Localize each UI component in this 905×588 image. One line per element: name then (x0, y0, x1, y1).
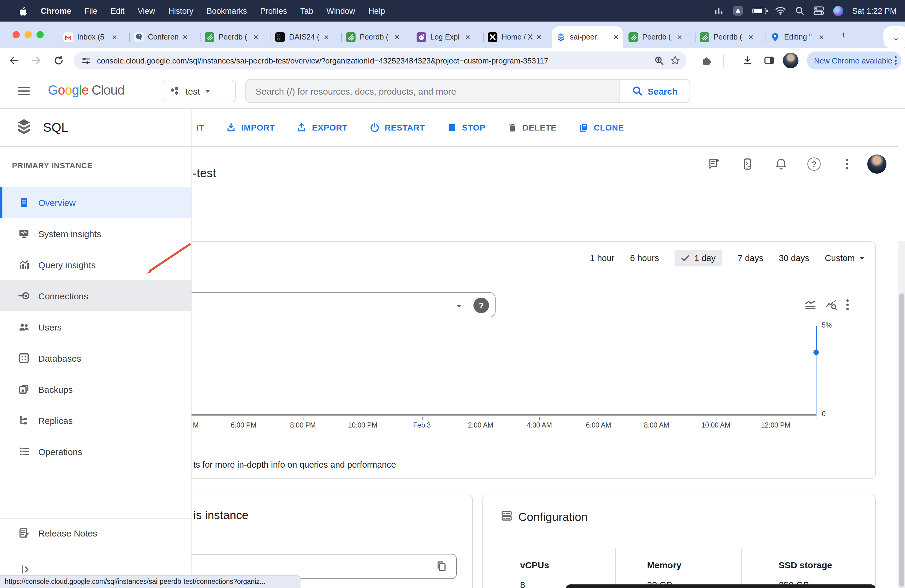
help-icon[interactable]: ? (807, 157, 821, 171)
scrollbar-thumb[interactable] (899, 293, 904, 587)
clone-button[interactable]: CLONE (578, 122, 624, 133)
range-30-days[interactable]: 30 days (779, 253, 809, 263)
reload-icon[interactable] (53, 55, 64, 66)
tab-x-home[interactable]: Home / X ✕ (484, 26, 546, 48)
tab-close-icon[interactable]: ✕ (324, 33, 329, 41)
tab-close-icon[interactable]: ✕ (748, 33, 754, 41)
menu-edit[interactable]: Edit (104, 6, 132, 15)
search-input[interactable] (256, 86, 610, 96)
collapse-sidebar-icon[interactable] (21, 564, 31, 575)
range-7-days[interactable]: 7 days (738, 253, 763, 263)
forward-icon[interactable] (31, 55, 42, 66)
new-tab-button[interactable]: + (840, 29, 846, 41)
feedback-notes-icon[interactable] (708, 157, 721, 171)
window-close-button[interactable] (13, 31, 20, 38)
chrome-update-pill[interactable]: New Chrome available (807, 51, 902, 70)
tab-peerdb-3[interactable]: Peerdb ( ✕ (624, 26, 686, 48)
range-custom[interactable]: Custom (825, 253, 864, 263)
tab-close-icon[interactable]: ✕ (465, 33, 470, 41)
sidebar-item-databases[interactable]: Databases (0, 343, 191, 373)
sidebar-item-replicas[interactable]: Replicas (0, 405, 191, 436)
menu-help[interactable]: Help (362, 6, 392, 15)
address-bar[interactable]: console.cloud.google.com/sql/instances/s… (74, 51, 686, 70)
url-text[interactable]: console.cloud.google.com/sql/instances/s… (97, 56, 648, 65)
menu-view[interactable]: View (131, 6, 162, 15)
tab-close-icon[interactable]: ✕ (253, 33, 259, 41)
downloads-icon[interactable] (742, 55, 753, 66)
extensions-icon[interactable] (702, 55, 712, 66)
bookmark-star-icon[interactable] (670, 55, 681, 66)
delete-button[interactable]: DELETE (507, 122, 557, 133)
back-icon[interactable] (8, 55, 19, 66)
menu-chrome[interactable]: Chrome (34, 6, 78, 15)
range-1-day-selected[interactable]: 1 day (675, 250, 722, 267)
tab-sai-peerdb-active[interactable]: sai-peer ✕ (552, 26, 623, 48)
tab-peerdb-4[interactable]: Peerdb ( ✕ (695, 26, 758, 48)
menubar-clock[interactable]: Sat 1:22 PM (852, 6, 897, 15)
menu-bookmarks[interactable]: Bookmarks (200, 6, 254, 15)
tab-close-icon[interactable]: ✕ (536, 33, 542, 41)
restart-button[interactable]: RESTART (369, 122, 425, 133)
area-chart-mode-icon[interactable] (805, 299, 816, 310)
google-cloud-logo[interactable]: GoogleCloud (48, 83, 124, 98)
tab-dais[interactable]: DAIS DAIS24 ( ✕ (271, 26, 333, 48)
more-options-icon[interactable] (840, 157, 854, 171)
window-minimize-button[interactable] (25, 31, 32, 38)
sidebar-item-connections[interactable]: Connections (0, 280, 191, 311)
tab-close-icon[interactable]: ✕ (819, 33, 824, 41)
wifi-icon[interactable] (775, 6, 786, 15)
account-avatar[interactable] (867, 154, 886, 174)
tab-peerdb-2[interactable]: Peerdb ( ✕ (342, 26, 404, 48)
tab-close-icon[interactable]: ✕ (677, 33, 682, 41)
stats-menubar-icon[interactable] (714, 6, 723, 15)
tab-close-icon[interactable]: ✕ (183, 33, 188, 41)
sidebar-item-backups[interactable]: Backups (0, 373, 191, 405)
metric-select-dropdown[interactable]: ? (183, 292, 495, 317)
notifications-bell-icon[interactable] (775, 157, 788, 171)
tab-editing[interactable]: Editing " ✕ (766, 26, 829, 48)
chart-more-icon[interactable] (846, 299, 849, 310)
edit-button[interactable]: IT (196, 123, 204, 132)
side-panel-icon[interactable] (764, 55, 775, 66)
tab-log-explorer[interactable]: Log Expl ✕ (413, 26, 475, 48)
cloud-shell-icon[interactable] (741, 157, 754, 171)
browser-profile-avatar[interactable] (783, 53, 799, 68)
sidebar-item-release-notes[interactable]: Release Notes (0, 518, 191, 547)
search-button[interactable]: Search (619, 79, 690, 103)
app-menubar-icon[interactable] (732, 5, 743, 16)
battery-icon[interactable] (752, 8, 766, 14)
utilization-chart-plot[interactable] (174, 326, 817, 416)
tab-inbox[interactable]: Inbox (5 ✕ (59, 26, 122, 48)
stop-button[interactable]: STOP (446, 122, 486, 133)
export-button[interactable]: EXPORT (297, 122, 348, 133)
range-1-hour[interactable]: 1 hour (590, 253, 614, 263)
siri-icon[interactable] (833, 6, 843, 16)
global-search-field[interactable] (245, 79, 619, 103)
zoom-in-icon[interactable] (654, 56, 664, 65)
tab-close-icon[interactable]: ✕ (613, 33, 619, 41)
project-selector[interactable]: test (162, 79, 236, 102)
tab-close-icon[interactable]: ✕ (394, 33, 400, 41)
tab-peerdb-1[interactable]: Peerdb ( ✕ (200, 26, 263, 48)
menu-file[interactable]: File (78, 6, 104, 15)
control-center-icon[interactable] (813, 6, 824, 16)
metric-help-icon[interactable]: ? (473, 297, 489, 313)
spotlight-icon[interactable] (795, 6, 804, 16)
menu-history[interactable]: History (162, 6, 200, 15)
menu-tab[interactable]: Tab (294, 6, 320, 15)
menu-profiles[interactable]: Profiles (254, 6, 294, 15)
nav-menu-icon[interactable] (18, 87, 30, 95)
tab-close-icon[interactable]: ✕ (112, 33, 117, 41)
sidebar-item-users[interactable]: Users (0, 311, 191, 343)
chrome-menu-icon[interactable] (895, 56, 897, 65)
import-button[interactable]: IMPORT (225, 122, 275, 133)
sidebar-item-operations[interactable]: Operations (0, 436, 191, 467)
menu-window[interactable]: Window (320, 6, 362, 15)
copy-icon[interactable] (436, 561, 448, 572)
tab-conference[interactable]: Conferen ✕ (130, 26, 192, 48)
range-6-hours[interactable]: 6 hours (630, 253, 659, 263)
window-zoom-button[interactable] (37, 31, 44, 38)
explore-data-icon[interactable] (826, 299, 837, 310)
sidebar-item-overview[interactable]: Overview (0, 187, 191, 218)
tab-search-chevron-button[interactable]: ⌄ (883, 26, 905, 48)
